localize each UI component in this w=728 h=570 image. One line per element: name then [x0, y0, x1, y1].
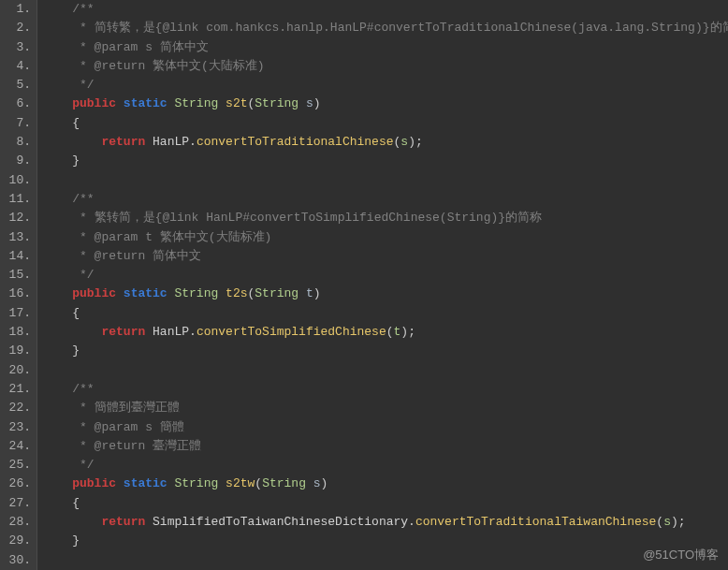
line-number: 18.	[4, 323, 31, 342]
code-token: * @param s 简体中文	[43, 40, 209, 54]
line-number: 24.	[4, 437, 31, 456]
code-line: public static String t2s(String t)	[43, 285, 728, 303]
code-token: );	[400, 325, 415, 339]
code-line: * @return 臺灣正體	[43, 437, 728, 456]
line-number: 25.	[4, 456, 31, 475]
code-line: }	[43, 342, 728, 360]
code-token: );	[671, 515, 686, 529]
code-line: * 簡體到臺灣正體	[43, 399, 728, 417]
code-token: s	[663, 515, 671, 529]
line-number-gutter: 1.2.3.4.5.6.7.8.9.10.11.12.13.14.15.16.1…	[0, 0, 37, 570]
code-token: public	[72, 96, 116, 110]
line-number: 26.	[4, 475, 31, 493]
code-token: s	[298, 96, 313, 110]
code-token	[43, 192, 72, 206]
code-token: /**	[72, 382, 94, 396]
code-token	[218, 96, 226, 110]
code-token: public	[72, 286, 116, 300]
code-line	[43, 361, 728, 380]
code-token	[43, 135, 101, 149]
code-line: */	[43, 76, 728, 95]
code-token	[145, 515, 153, 529]
code-content-area[interactable]: /** * 简转繁，是{@link com.hankcs.hanlp.HanLP…	[37, 0, 728, 570]
code-token: convertToTraditionalChinese	[197, 135, 394, 149]
code-token	[116, 96, 124, 110]
code-token: (	[656, 515, 663, 529]
code-line: /**	[43, 0, 728, 19]
code-token: static	[124, 476, 167, 490]
code-token: * 繁转简，是{@link HanLP#convertToSimplifiedC…	[43, 211, 542, 225]
line-number: 22.	[4, 399, 31, 417]
code-token: .	[189, 135, 197, 149]
code-line: * @param t 繁体中文(大陆标准)	[43, 228, 728, 247]
code-token	[43, 363, 51, 377]
code-token	[43, 325, 101, 339]
line-number: 19.	[4, 342, 31, 360]
line-number: 28.	[4, 513, 31, 532]
code-line: return SimplifiedToTaiwanChineseDictiona…	[43, 513, 728, 532]
code-line: return HanLP.convertToSimplifiedChinese(…	[43, 323, 728, 342]
code-token	[43, 306, 72, 320]
code-token: .	[408, 515, 415, 529]
code-token: s2tw	[226, 476, 255, 490]
line-number: 27.	[4, 494, 31, 513]
code-token	[43, 382, 72, 396]
code-token	[145, 135, 153, 149]
code-token: HanLP	[153, 325, 189, 339]
code-line: {	[43, 114, 728, 133]
code-token: /**	[72, 2, 94, 16]
line-number: 12.	[4, 209, 31, 227]
code-token: HanLP	[153, 135, 189, 149]
code-token	[116, 476, 124, 490]
code-token: SimplifiedToTaiwanChineseDictionary	[153, 515, 408, 529]
line-number: 29.	[4, 532, 31, 550]
code-token	[43, 476, 72, 490]
code-line: * @param s 簡體	[43, 418, 728, 437]
code-token: String	[262, 476, 306, 490]
line-number: 20.	[4, 361, 31, 380]
line-number: 11.	[4, 190, 31, 209]
code-token: return	[101, 515, 145, 529]
code-token	[43, 116, 72, 130]
code-editor: 1.2.3.4.5.6.7.8.9.10.11.12.13.14.15.16.1…	[0, 0, 728, 570]
code-line: */	[43, 456, 728, 475]
code-token	[43, 173, 51, 187]
code-token: s2t	[226, 96, 247, 110]
code-token: static	[124, 286, 167, 300]
code-token: {	[72, 496, 80, 510]
code-token: )	[321, 476, 328, 490]
code-line: * 繁转简，是{@link HanLP#convertToSimplifiedC…	[43, 209, 728, 227]
code-token: */	[43, 78, 95, 92]
line-number: 30.	[4, 551, 31, 570]
code-token: public	[72, 476, 116, 490]
code-line: * @return 繁体中文(大陆标准)	[43, 57, 728, 76]
line-number: 6.	[4, 95, 31, 113]
code-token	[218, 286, 226, 300]
code-line: {	[43, 304, 728, 323]
code-line: return HanLP.convertToTraditionalChinese…	[43, 133, 728, 152]
code-token: convertToTraditionalTaiwanChinese	[415, 515, 656, 529]
code-line: * @return 简体中文	[43, 247, 728, 266]
code-line: }	[43, 152, 728, 170]
code-token: * 簡體到臺灣正體	[43, 401, 180, 415]
code-line	[43, 171, 728, 190]
line-number: 16.	[4, 285, 31, 303]
code-token: {	[72, 116, 80, 130]
code-token: {	[72, 306, 80, 320]
code-token	[43, 2, 72, 16]
code-line	[43, 551, 728, 570]
code-token: static	[124, 96, 167, 110]
code-token: */	[43, 458, 95, 472]
code-token: /**	[72, 192, 94, 206]
code-token: (	[255, 476, 262, 490]
code-token: * 简转繁，是{@link com.hankcs.hanlp.HanLP#con…	[43, 21, 728, 35]
code-token: return	[101, 325, 145, 339]
code-line: /**	[43, 190, 728, 209]
code-line: public static String s2tw(String s)	[43, 475, 728, 493]
code-token: * @param s 簡體	[43, 420, 184, 434]
watermark-label: @51CTO博客	[643, 546, 719, 564]
code-line: /**	[43, 380, 728, 399]
code-token: s	[400, 135, 408, 149]
line-number: 2.	[4, 19, 31, 37]
code-token: String	[174, 96, 218, 110]
